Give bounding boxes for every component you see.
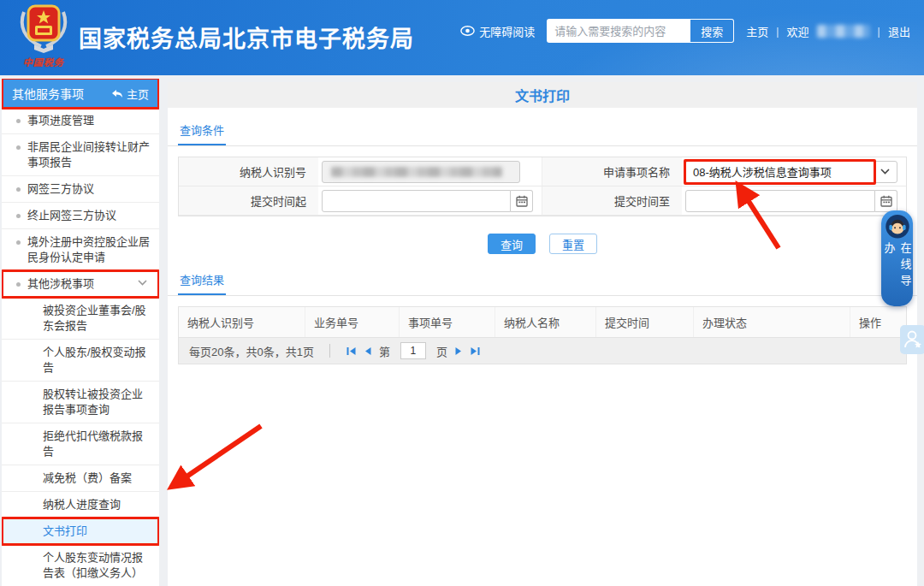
sidebar-subitem[interactable]: 个人股东/股权变动报告 xyxy=(2,340,159,382)
sidebar-subitem[interactable]: 纳税人进度查询 xyxy=(2,492,159,518)
sidebar-item-label: 事项进度管理 xyxy=(27,114,94,127)
col-submit-time: 提交时间 xyxy=(596,307,694,337)
sidebar-item[interactable]: 境外注册中资控股企业居民身份认定申请 xyxy=(2,229,159,271)
accessibility-toggle[interactable]: 无障碍阅读 xyxy=(460,23,535,39)
username-redacted xyxy=(817,25,870,38)
logo-caption: 中国税务 xyxy=(14,55,74,68)
sidebar-subitem[interactable]: 被投资企业董事会/股东会报告 xyxy=(2,298,159,340)
sidebar-item-label: 文书打印 xyxy=(43,524,87,537)
next-page-icon xyxy=(454,346,463,357)
search-button[interactable]: 搜索 xyxy=(689,20,733,42)
eye-icon xyxy=(460,26,475,36)
time-to-input[interactable] xyxy=(685,190,875,212)
sidebar-item[interactable]: 事项进度管理 xyxy=(2,108,159,134)
sidebar-item-label: 个人股东/股权变动报告 xyxy=(43,346,146,374)
user-star-icon xyxy=(903,329,922,350)
taxpayer-id-label: 纳税人识别号 xyxy=(179,157,318,186)
prev-page-button[interactable] xyxy=(364,346,372,357)
calendar-icon xyxy=(880,195,892,207)
criteria-tab-row: 查询条件 xyxy=(168,116,917,146)
sidebar-item-label: 纳税人进度查询 xyxy=(43,498,121,511)
welcome-label: 欢迎 xyxy=(787,23,809,39)
sidebar-item[interactable]: 网签三方协议 xyxy=(2,176,159,203)
chevron-down-icon xyxy=(138,280,147,286)
sidebar: 其他服务事项 主页 事项进度管理 非居民企业间接转让财产事项报告 网签三方协议 … xyxy=(2,79,159,586)
pagination-summary: 每页20条，共0条，共1页 xyxy=(189,343,314,359)
col-business-no: 业务单号 xyxy=(305,307,400,337)
sidebar-item-label: 减免税（费）备案 xyxy=(43,471,132,484)
time-from-label: 提交时间起 xyxy=(179,186,318,216)
time-from-calendar-button[interactable] xyxy=(511,190,533,212)
site-title: 国家税务总局北京市电子税务局 xyxy=(79,21,414,54)
page-number-input[interactable] xyxy=(400,342,426,359)
user-favorite-widget[interactable] xyxy=(900,325,924,354)
sidebar-item-label: 被投资企业董事会/股东会报告 xyxy=(43,304,146,332)
page-title: 文书打印 xyxy=(168,82,917,108)
sidebar-item-label: 境外注册中资控股企业居民身份认定申请 xyxy=(27,235,150,263)
results-tab-row: 查询结果 xyxy=(168,266,917,296)
apply-item-select[interactable]: 08-纳税人涉税信息查询事项 xyxy=(685,161,897,183)
next-page-button[interactable] xyxy=(454,346,463,357)
col-actions: 操作 xyxy=(850,307,906,337)
sidebar-section-title: 其他服务事项 xyxy=(12,85,84,102)
last-page-button[interactable] xyxy=(470,346,481,357)
search-input[interactable] xyxy=(548,20,689,42)
time-to-calendar-button[interactable] xyxy=(875,190,897,212)
sidebar-subitem[interactable]: 股权转让被投资企业报告事项查询 xyxy=(2,382,159,423)
logout-link[interactable]: 退出 xyxy=(888,23,910,39)
sidebar-item-other-tax-matters[interactable]: 其他涉税事项 xyxy=(2,271,159,298)
page-suffix: 页 xyxy=(436,343,447,359)
sidebar-section-header[interactable]: 其他服务事项 主页 xyxy=(2,79,159,108)
form-actions: 查询 重置 xyxy=(168,234,917,254)
sidebar-subitem[interactable]: 个人股东变动情况报告表（扣缴义务人） xyxy=(2,545,159,586)
pagination-bar: 每页20条，共0条，共1页 第 页 xyxy=(179,337,906,364)
results-table-header: 纳税人识别号 业务单号 事项单号 纳税人名称 提交时间 办理状态 操作 xyxy=(179,307,906,337)
tax-bureau-logo: 中国税务 xyxy=(14,3,74,68)
sidebar-item[interactable]: 非居民企业间接转让财产事项报告 xyxy=(2,134,159,176)
header-search: 搜索 xyxy=(547,19,734,43)
back-home-label: 主页 xyxy=(127,86,149,102)
first-page-button[interactable] xyxy=(346,346,357,357)
sidebar-subitem[interactable]: 减免税（费）备案 xyxy=(2,465,159,492)
nav-separator: | xyxy=(776,25,779,38)
sidebar-item-label: 网签三方协议 xyxy=(27,182,94,195)
col-status: 办理状态 xyxy=(694,307,850,337)
time-from-input[interactable] xyxy=(322,190,511,212)
taxpayer-id-redacted xyxy=(331,167,502,177)
sidebar-item-label: 终止网签三方协议 xyxy=(27,209,116,222)
back-arrow-icon xyxy=(111,89,123,98)
home-link[interactable]: 主页 xyxy=(746,23,768,39)
sidebar-subitem[interactable]: 拒绝代扣代缴税款报告 xyxy=(2,423,159,465)
apply-item-label: 申请事项名称 xyxy=(542,157,682,186)
query-form: 纳税人识别号 申请事项名称 08-纳税人涉税信息查询事项 提交时间起 xyxy=(178,157,907,216)
taxpayer-id-field xyxy=(322,161,520,183)
sidebar-item-label: 非居民企业间接转让财产事项报告 xyxy=(27,140,150,169)
sidebar-item[interactable]: 终止网签三方协议 xyxy=(2,203,159,229)
sidebar-item-label: 其他涉税事项 xyxy=(27,277,94,290)
prev-page-icon xyxy=(364,346,372,357)
time-from-cell xyxy=(318,186,542,216)
query-button[interactable]: 查询 xyxy=(488,234,536,254)
online-guide-label: 在线导办 xyxy=(881,242,914,306)
online-guide-widget[interactable]: 在线导办 xyxy=(881,210,913,306)
tab-query-criteria[interactable]: 查询条件 xyxy=(178,116,226,145)
page-body: 其他服务事项 主页 事项进度管理 非居民企业间接转让财产事项报告 网签三方协议 … xyxy=(0,75,924,586)
national-tax-emblem-icon xyxy=(17,3,70,53)
apply-item-selected-value: 08-纳税人涉税信息查询事项 xyxy=(693,163,832,180)
time-to-label: 提交时间至 xyxy=(542,186,682,216)
pagination-divider xyxy=(329,344,330,358)
taxpayer-id-cell xyxy=(318,157,542,186)
page-prefix: 第 xyxy=(379,343,390,359)
back-to-home-link[interactable]: 主页 xyxy=(111,86,149,102)
first-page-icon xyxy=(346,346,357,357)
results-table: 纳税人识别号 业务单号 事项单号 纳税人名称 提交时间 办理状态 操作 每页20… xyxy=(178,306,907,364)
tab-query-results[interactable]: 查询结果 xyxy=(178,266,226,295)
sidebar-item-label: 拒绝代扣代缴税款报告 xyxy=(43,429,143,458)
sidebar-item-label: 股权转让被投资企业报告事项查询 xyxy=(43,388,143,416)
col-taxpayer-id: 纳税人识别号 xyxy=(179,307,305,337)
reset-button[interactable]: 重置 xyxy=(549,234,597,254)
last-page-icon xyxy=(470,346,481,357)
sidebar-subitem-document-print[interactable]: 文书打印 xyxy=(2,518,159,545)
app-header: 中国税务 国家税务总局北京市电子税务局 无障碍阅读 搜索 主页 | 欢迎 | 退… xyxy=(0,0,924,75)
sidebar-item-label: 个人股东变动情况报告表（扣缴义务人） xyxy=(43,551,143,579)
